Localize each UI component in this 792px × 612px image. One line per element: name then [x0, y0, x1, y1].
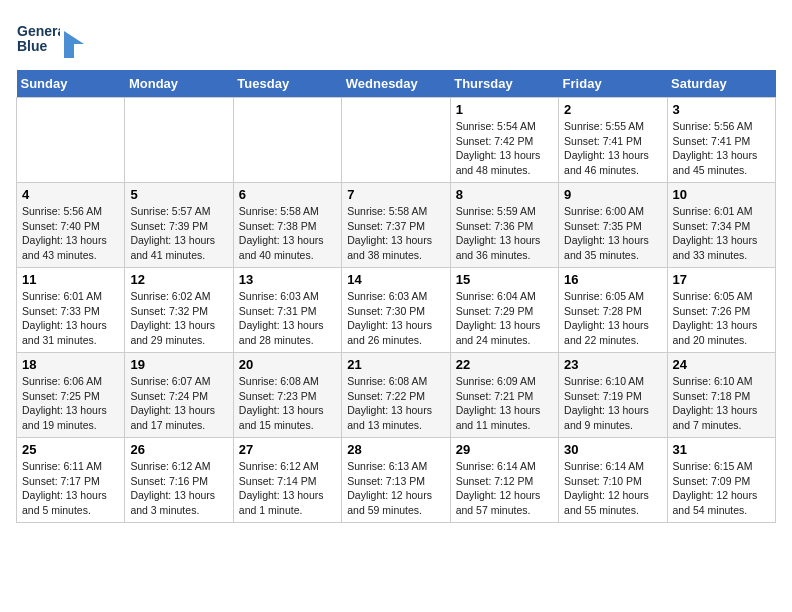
calendar-cell: 10Sunrise: 6:01 AM Sunset: 7:34 PM Dayli…	[667, 183, 775, 268]
calendar-cell: 15Sunrise: 6:04 AM Sunset: 7:29 PM Dayli…	[450, 268, 558, 353]
day-number: 17	[673, 272, 770, 287]
day-number: 2	[564, 102, 661, 117]
day-info: Sunrise: 6:14 AM Sunset: 7:10 PM Dayligh…	[564, 459, 661, 518]
weekday-header: Sunday	[17, 70, 125, 98]
day-number: 10	[673, 187, 770, 202]
day-number: 19	[130, 357, 227, 372]
day-number: 13	[239, 272, 336, 287]
day-info: Sunrise: 5:55 AM Sunset: 7:41 PM Dayligh…	[564, 119, 661, 178]
calendar-week-row: 11Sunrise: 6:01 AM Sunset: 7:33 PM Dayli…	[17, 268, 776, 353]
day-info: Sunrise: 5:56 AM Sunset: 7:40 PM Dayligh…	[22, 204, 119, 263]
calendar-week-row: 25Sunrise: 6:11 AM Sunset: 7:17 PM Dayli…	[17, 438, 776, 523]
calendar-cell	[342, 98, 450, 183]
day-info: Sunrise: 6:09 AM Sunset: 7:21 PM Dayligh…	[456, 374, 553, 433]
calendar-cell: 30Sunrise: 6:14 AM Sunset: 7:10 PM Dayli…	[559, 438, 667, 523]
day-info: Sunrise: 6:10 AM Sunset: 7:18 PM Dayligh…	[673, 374, 770, 433]
day-number: 4	[22, 187, 119, 202]
day-number: 7	[347, 187, 444, 202]
calendar-cell	[17, 98, 125, 183]
calendar-cell: 9Sunrise: 6:00 AM Sunset: 7:35 PM Daylig…	[559, 183, 667, 268]
calendar-cell: 11Sunrise: 6:01 AM Sunset: 7:33 PM Dayli…	[17, 268, 125, 353]
calendar-cell: 29Sunrise: 6:14 AM Sunset: 7:12 PM Dayli…	[450, 438, 558, 523]
day-info: Sunrise: 6:03 AM Sunset: 7:30 PM Dayligh…	[347, 289, 444, 348]
calendar-cell: 19Sunrise: 6:07 AM Sunset: 7:24 PM Dayli…	[125, 353, 233, 438]
calendar-cell: 7Sunrise: 5:58 AM Sunset: 7:37 PM Daylig…	[342, 183, 450, 268]
day-number: 22	[456, 357, 553, 372]
calendar-cell: 18Sunrise: 6:06 AM Sunset: 7:25 PM Dayli…	[17, 353, 125, 438]
calendar-cell: 1Sunrise: 5:54 AM Sunset: 7:42 PM Daylig…	[450, 98, 558, 183]
weekday-header: Thursday	[450, 70, 558, 98]
calendar-cell: 20Sunrise: 6:08 AM Sunset: 7:23 PM Dayli…	[233, 353, 341, 438]
day-info: Sunrise: 6:01 AM Sunset: 7:33 PM Dayligh…	[22, 289, 119, 348]
day-info: Sunrise: 6:14 AM Sunset: 7:12 PM Dayligh…	[456, 459, 553, 518]
day-info: Sunrise: 6:11 AM Sunset: 7:17 PM Dayligh…	[22, 459, 119, 518]
day-number: 26	[130, 442, 227, 457]
day-info: Sunrise: 6:13 AM Sunset: 7:13 PM Dayligh…	[347, 459, 444, 518]
day-info: Sunrise: 5:56 AM Sunset: 7:41 PM Dayligh…	[673, 119, 770, 178]
calendar-cell	[233, 98, 341, 183]
weekday-header: Saturday	[667, 70, 775, 98]
svg-text:General: General	[17, 23, 60, 39]
calendar-table: SundayMondayTuesdayWednesdayThursdayFrid…	[16, 70, 776, 523]
calendar-cell: 2Sunrise: 5:55 AM Sunset: 7:41 PM Daylig…	[559, 98, 667, 183]
day-info: Sunrise: 6:07 AM Sunset: 7:24 PM Dayligh…	[130, 374, 227, 433]
day-number: 31	[673, 442, 770, 457]
day-info: Sunrise: 5:57 AM Sunset: 7:39 PM Dayligh…	[130, 204, 227, 263]
day-info: Sunrise: 5:58 AM Sunset: 7:38 PM Dayligh…	[239, 204, 336, 263]
calendar-cell: 27Sunrise: 6:12 AM Sunset: 7:14 PM Dayli…	[233, 438, 341, 523]
calendar-cell: 14Sunrise: 6:03 AM Sunset: 7:30 PM Dayli…	[342, 268, 450, 353]
day-number: 8	[456, 187, 553, 202]
day-number: 23	[564, 357, 661, 372]
day-number: 24	[673, 357, 770, 372]
calendar-cell	[125, 98, 233, 183]
svg-text:Blue: Blue	[17, 38, 48, 54]
day-number: 20	[239, 357, 336, 372]
day-info: Sunrise: 6:05 AM Sunset: 7:28 PM Dayligh…	[564, 289, 661, 348]
day-number: 25	[22, 442, 119, 457]
calendar-cell: 31Sunrise: 6:15 AM Sunset: 7:09 PM Dayli…	[667, 438, 775, 523]
day-number: 30	[564, 442, 661, 457]
logo-triangle-icon	[64, 16, 84, 60]
calendar-week-row: 4Sunrise: 5:56 AM Sunset: 7:40 PM Daylig…	[17, 183, 776, 268]
logo-icon: General Blue	[16, 16, 60, 60]
day-number: 27	[239, 442, 336, 457]
calendar-cell: 21Sunrise: 6:08 AM Sunset: 7:22 PM Dayli…	[342, 353, 450, 438]
day-info: Sunrise: 5:58 AM Sunset: 7:37 PM Dayligh…	[347, 204, 444, 263]
day-info: Sunrise: 6:01 AM Sunset: 7:34 PM Dayligh…	[673, 204, 770, 263]
calendar-cell: 23Sunrise: 6:10 AM Sunset: 7:19 PM Dayli…	[559, 353, 667, 438]
day-number: 1	[456, 102, 553, 117]
logo: General Blue	[16, 16, 84, 60]
calendar-cell: 24Sunrise: 6:10 AM Sunset: 7:18 PM Dayli…	[667, 353, 775, 438]
calendar-cell: 8Sunrise: 5:59 AM Sunset: 7:36 PM Daylig…	[450, 183, 558, 268]
weekday-header: Monday	[125, 70, 233, 98]
day-number: 6	[239, 187, 336, 202]
day-info: Sunrise: 6:15 AM Sunset: 7:09 PM Dayligh…	[673, 459, 770, 518]
day-info: Sunrise: 6:12 AM Sunset: 7:14 PM Dayligh…	[239, 459, 336, 518]
day-number: 3	[673, 102, 770, 117]
calendar-cell: 3Sunrise: 5:56 AM Sunset: 7:41 PM Daylig…	[667, 98, 775, 183]
day-info: Sunrise: 6:04 AM Sunset: 7:29 PM Dayligh…	[456, 289, 553, 348]
calendar-cell: 22Sunrise: 6:09 AM Sunset: 7:21 PM Dayli…	[450, 353, 558, 438]
day-info: Sunrise: 6:05 AM Sunset: 7:26 PM Dayligh…	[673, 289, 770, 348]
day-number: 29	[456, 442, 553, 457]
day-number: 11	[22, 272, 119, 287]
weekday-header: Friday	[559, 70, 667, 98]
calendar-week-row: 1Sunrise: 5:54 AM Sunset: 7:42 PM Daylig…	[17, 98, 776, 183]
day-info: Sunrise: 6:08 AM Sunset: 7:22 PM Dayligh…	[347, 374, 444, 433]
calendar-week-row: 18Sunrise: 6:06 AM Sunset: 7:25 PM Dayli…	[17, 353, 776, 438]
day-info: Sunrise: 6:00 AM Sunset: 7:35 PM Dayligh…	[564, 204, 661, 263]
day-number: 12	[130, 272, 227, 287]
day-info: Sunrise: 6:10 AM Sunset: 7:19 PM Dayligh…	[564, 374, 661, 433]
page-header: General Blue	[16, 16, 776, 60]
day-number: 15	[456, 272, 553, 287]
day-info: Sunrise: 6:12 AM Sunset: 7:16 PM Dayligh…	[130, 459, 227, 518]
calendar-cell: 5Sunrise: 5:57 AM Sunset: 7:39 PM Daylig…	[125, 183, 233, 268]
day-number: 28	[347, 442, 444, 457]
svg-marker-2	[64, 31, 84, 58]
day-info: Sunrise: 6:08 AM Sunset: 7:23 PM Dayligh…	[239, 374, 336, 433]
day-info: Sunrise: 6:02 AM Sunset: 7:32 PM Dayligh…	[130, 289, 227, 348]
calendar-cell: 26Sunrise: 6:12 AM Sunset: 7:16 PM Dayli…	[125, 438, 233, 523]
weekday-header-row: SundayMondayTuesdayWednesdayThursdayFrid…	[17, 70, 776, 98]
day-number: 16	[564, 272, 661, 287]
day-number: 5	[130, 187, 227, 202]
